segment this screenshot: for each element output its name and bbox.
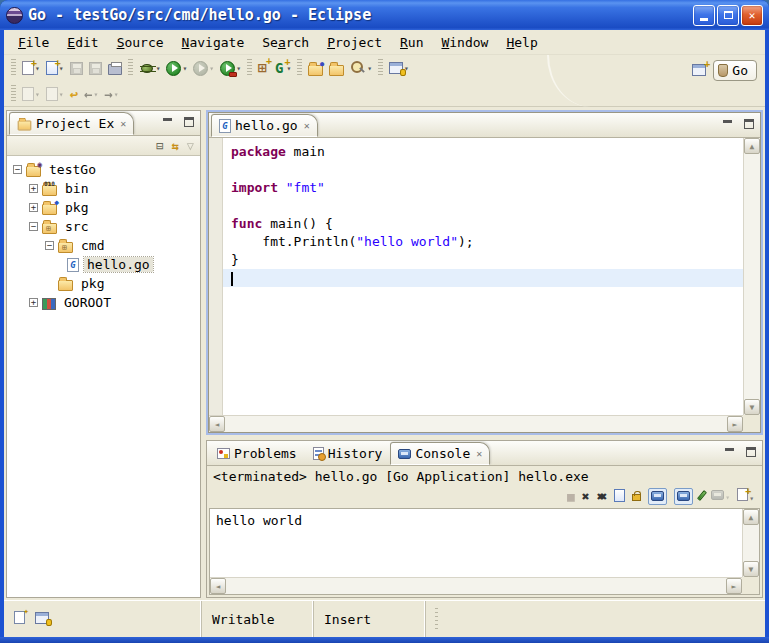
minimize-console-button[interactable] <box>722 445 737 458</box>
tree-row-pkg[interactable]: + ◆ pkg <box>7 198 200 217</box>
open-perspective-button[interactable]: + <box>689 59 709 81</box>
maximize-editor-button[interactable] <box>741 117 756 130</box>
expander-icon[interactable]: − <box>45 241 54 250</box>
code-line[interactable]: import "fmt" <box>223 179 743 197</box>
console-output[interactable]: hello world <box>210 509 742 577</box>
maximize-console-button[interactable] <box>743 445 758 458</box>
close-button[interactable]: ✕ <box>741 5 763 26</box>
expander-icon[interactable]: + <box>29 203 38 212</box>
scroll-right-icon[interactable]: ► <box>727 416 743 432</box>
tab-hello-go[interactable]: G hello.go ✕ <box>211 114 318 137</box>
last-edit-location-button[interactable]: ↩ <box>67 83 81 105</box>
scroll-up-icon[interactable]: ▲ <box>743 509 759 525</box>
collapse-all-button[interactable]: ⊟ <box>156 139 163 153</box>
show-console-stderr-button[interactable] <box>674 488 693 505</box>
minimize-view-button[interactable] <box>160 115 175 128</box>
minimize-button[interactable] <box>693 5 715 26</box>
import-button[interactable]: ● <box>305 57 326 79</box>
menu-search[interactable]: Search <box>254 33 317 52</box>
show-view-tray-button[interactable] <box>35 612 49 627</box>
tree-label[interactable]: hello.go <box>84 257 153 272</box>
code-editor[interactable]: package main import "fmt" func main() { … <box>209 138 743 415</box>
tree-row-hello-go[interactable]: G hello.go <box>7 255 200 274</box>
back-button[interactable]: ←▾ <box>81 83 101 105</box>
tree-label[interactable]: pkg <box>78 276 107 291</box>
titlebar[interactable]: Go - testGo/src/cmd/hello.go - Eclipse ✕ <box>0 0 769 30</box>
new-go-element-button[interactable]: G+▾ <box>270 57 294 79</box>
view-menu-button[interactable]: ▽ <box>187 139 194 153</box>
save-all-button[interactable] <box>86 57 105 79</box>
tree-label[interactable]: bin <box>62 181 91 196</box>
console-vertical-scrollbar[interactable]: ▲ ▼ <box>742 509 759 577</box>
maximize-button[interactable] <box>717 5 739 26</box>
scroll-down-icon[interactable]: ▼ <box>744 399 760 415</box>
run-button[interactable]: ▾ <box>163 57 190 79</box>
code-line[interactable] <box>223 161 743 179</box>
show-view-button[interactable]: ▾ <box>386 57 412 79</box>
scroll-right-icon[interactable]: ► <box>726 578 742 594</box>
console-horizontal-scrollbar[interactable]: ◄ ► <box>210 577 742 594</box>
scroll-lock-button[interactable] <box>632 489 641 503</box>
open-console-button[interactable]: +▾ <box>737 488 754 505</box>
save-button[interactable] <box>67 57 86 79</box>
tree-label[interactable]: src <box>62 219 91 234</box>
menu-file[interactable]: File <box>10 33 57 52</box>
tab-history[interactable]: History <box>305 442 391 465</box>
terminate-button[interactable]: ■ <box>567 490 575 503</box>
remove-all-terminated-button[interactable]: ✖✖ <box>597 490 608 503</box>
code-area[interactable]: package main import "fmt" func main() { … <box>223 138 743 415</box>
code-line[interactable]: func main() { <box>223 215 743 233</box>
scroll-up-icon[interactable]: ▲ <box>744 138 760 154</box>
forward-button[interactable]: →▾ <box>101 83 121 105</box>
code-line[interactable]: package main <box>223 143 743 161</box>
expander-icon[interactable]: + <box>29 184 38 193</box>
tree-label[interactable]: GOROOT <box>61 295 114 310</box>
tree-row-goroot[interactable]: + GOROOT <box>7 293 200 312</box>
next-annotation-button[interactable]: ▾ <box>19 83 43 105</box>
display-selected-console-button[interactable]: ▾ <box>711 489 730 504</box>
menu-window[interactable]: Window <box>433 33 496 52</box>
print-button[interactable] <box>105 57 125 79</box>
expander-icon[interactable]: − <box>29 222 38 231</box>
code-line[interactable]: fmt.Println("hello world"); <box>223 233 743 251</box>
close-view-icon[interactable]: ✕ <box>474 448 482 459</box>
debug-button[interactable]: ▾ <box>136 57 164 79</box>
new-go-project-button[interactable]: ⊞+ <box>255 57 270 79</box>
tree-row-bin[interactable]: + 010 bin <box>7 179 200 198</box>
clear-console-button[interactable] <box>614 489 625 504</box>
scroll-left-icon[interactable]: ◄ <box>209 416 225 432</box>
editor-vertical-scrollbar[interactable]: ▲ ▼ <box>743 138 760 415</box>
tree-row-src[interactable]: − ⊞ src <box>7 217 200 236</box>
open-folder-button[interactable] <box>326 57 347 79</box>
run-external-tools-button[interactable]: ▾ <box>217 57 244 79</box>
tree-label[interactable]: testGo <box>46 162 99 177</box>
maximize-view-button[interactable] <box>181 115 196 128</box>
toolbar-handle[interactable] <box>11 85 16 103</box>
scroll-left-icon[interactable]: ◄ <box>210 578 226 594</box>
scroll-down-icon[interactable]: ▼ <box>743 561 759 577</box>
code-line[interactable] <box>223 197 743 215</box>
search-button[interactable]: ▾ <box>347 57 375 79</box>
menu-project[interactable]: Project <box>319 33 390 52</box>
new-editor-button[interactable]: +▾ <box>43 57 67 79</box>
code-line[interactable]: } <box>223 251 743 269</box>
close-editor-icon[interactable]: ✕ <box>302 120 310 131</box>
tree-label[interactable]: cmd <box>78 238 107 253</box>
tree-row-testgo[interactable]: − ◉ testGo <box>7 160 200 179</box>
tab-problems[interactable]: Problems <box>209 442 305 465</box>
fast-view-button[interactable] <box>14 611 25 627</box>
menu-source[interactable]: Source <box>109 33 172 52</box>
expander-icon[interactable]: − <box>13 165 22 174</box>
new-button[interactable]: +▾ <box>19 57 43 79</box>
profile-button[interactable]: ▾ <box>190 57 217 79</box>
menu-help[interactable]: Help <box>498 33 545 52</box>
go-perspective-button[interactable]: Go <box>713 60 757 81</box>
tree-row-cmd[interactable]: − ⊞ cmd <box>7 236 200 255</box>
show-console-stdout-button[interactable] <box>648 488 667 505</box>
annotation-ruler[interactable] <box>209 138 223 415</box>
close-view-icon[interactable]: ✕ <box>118 118 126 129</box>
menu-edit[interactable]: Edit <box>59 33 106 52</box>
link-with-editor-button[interactable]: ⇆ <box>172 139 179 153</box>
minimize-editor-button[interactable] <box>720 117 735 130</box>
previous-annotation-button[interactable]: ▾ <box>43 83 67 105</box>
